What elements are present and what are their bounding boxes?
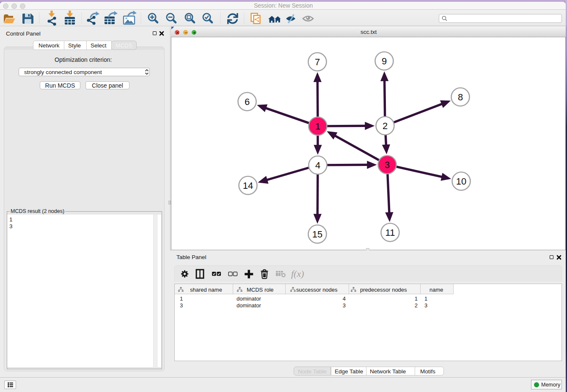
- svg-text:4: 4: [315, 160, 320, 171]
- svg-text:f(x): f(x): [291, 268, 304, 279]
- svg-text:3: 3: [385, 160, 390, 170]
- svg-text:14: 14: [243, 180, 253, 191]
- svg-text:11: 11: [385, 227, 395, 238]
- svg-text:10: 10: [456, 176, 466, 187]
- svg-text:2: 2: [383, 121, 388, 131]
- svg-text:7: 7: [315, 57, 320, 67]
- svg-text:6: 6: [245, 97, 250, 107]
- svg-text:15: 15: [312, 229, 322, 240]
- svg-text:1: 1: [315, 121, 320, 132]
- svg-text:9: 9: [382, 56, 387, 66]
- svg-text:8: 8: [458, 92, 463, 102]
